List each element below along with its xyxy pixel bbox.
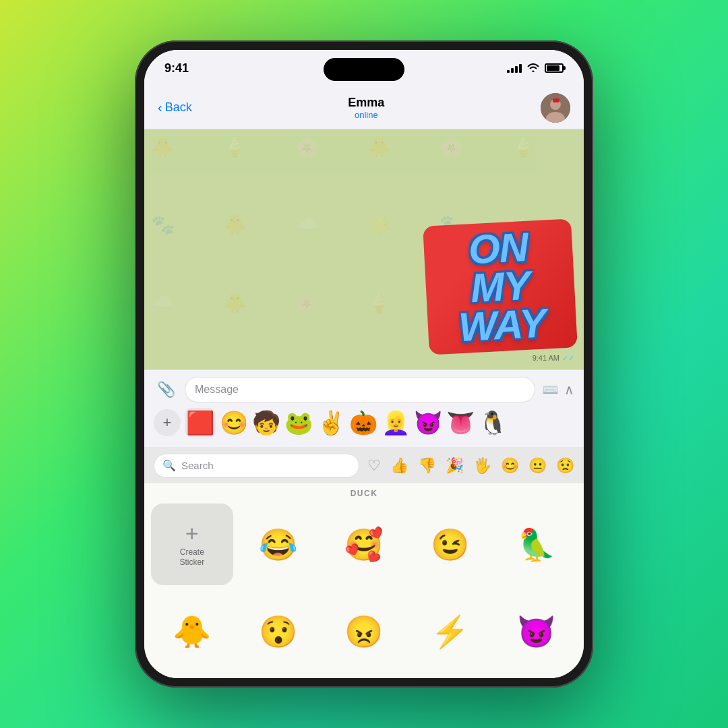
create-plus-icon: +	[185, 522, 199, 545]
battery-fill	[547, 65, 559, 71]
chat-area: 🐥 🍦 🌸 🐥 🌸 🍦 🐾 🐥 ☁️ 🌟 🐾 🍦 ☁️ 🐥 🌸 🍦 🐾 ☁️	[144, 129, 584, 369]
nav-center: Emma online	[192, 96, 541, 120]
happy-icon[interactable]: 😊	[501, 457, 519, 475]
sticker-duck-electric[interactable]: ⚡	[409, 590, 491, 673]
add-emoji-button[interactable]: +	[154, 409, 181, 436]
sticker-duck-laugh[interactable]: 😂	[237, 504, 320, 586]
avatar-image	[541, 93, 570, 123]
sticker-line2: WAY	[458, 300, 547, 350]
emoji-item-2[interactable]: 🧒	[252, 409, 280, 436]
sticker-category-label: DUCK	[144, 483, 584, 501]
sticker-duck-plain[interactable]: 🐥	[151, 590, 233, 673]
emoji-item-9[interactable]: 🐧	[479, 409, 507, 436]
sticker-background: ON MY WAY	[423, 218, 578, 355]
sticker-duck-angry[interactable]: 😠	[323, 590, 405, 673]
collapse-button[interactable]: ∧	[564, 382, 574, 398]
wave-icon[interactable]: 🖐	[473, 457, 491, 475]
sticker-panel: 🔍 Search ♡ 👍 👎 🎉 🖐 😊 😐 😟 DUCK	[144, 447, 584, 678]
back-button[interactable]: ‹ Back	[158, 100, 192, 115]
input-row: 📎 Message ⌨️ ∧	[154, 377, 574, 402]
contact-name: Emma	[348, 96, 384, 110]
keyboard-button[interactable]: ⌨️	[542, 382, 559, 398]
sticker-duck-surprised[interactable]: 😯	[237, 590, 320, 673]
celebration-icon[interactable]: 🎉	[446, 457, 464, 475]
message-input[interactable]: Message	[185, 377, 535, 402]
read-receipts: ✓✓	[562, 354, 574, 363]
emoji-item-8[interactable]: 👅	[446, 409, 475, 436]
sticker-devil[interactable]: 😈	[495, 590, 577, 673]
emoji-item-5[interactable]: 🎃	[349, 409, 377, 436]
nav-bar: ‹ Back Emma online	[144, 86, 584, 129]
emoji-strip: + 🟥 😊 🧒 🐸 ✌️ 🎃 👱‍♀️ 😈 👅 🐧	[154, 402, 574, 440]
wifi-icon	[527, 63, 539, 74]
dynamic-island	[324, 58, 404, 81]
signal-bars-icon	[507, 63, 522, 73]
message-time-row: 9:41 AM ✓✓	[426, 354, 574, 363]
message-placeholder: Message	[195, 384, 239, 396]
sad-icon[interactable]: 😟	[556, 457, 574, 475]
emoji-item-4[interactable]: ✌️	[317, 409, 345, 436]
status-time: 9:41	[164, 61, 189, 75]
sticker-duck-love[interactable]: 🥰	[323, 504, 405, 586]
battery-icon	[545, 63, 564, 73]
sticker-action-icons: ♡ 👍 👎 🎉 🖐 😊 😐 😟	[367, 457, 574, 475]
phone-frame: 9:41	[135, 40, 593, 688]
input-right-buttons: ⌨️ ∧	[542, 382, 574, 398]
sticker-duck-wink[interactable]: 😉	[409, 504, 491, 586]
attach-button[interactable]: 📎	[154, 377, 178, 402]
sticker-grid-row1: + CreateSticker 😂 🥰 😉 🦜	[144, 501, 584, 591]
back-label: Back	[165, 100, 192, 115]
sticker-duck-colorful[interactable]: 🦜	[495, 504, 577, 586]
thumbs-up-icon[interactable]: 👍	[390, 457, 408, 475]
message-time: 9:41 AM	[533, 354, 559, 362]
sticker-search-row: 🔍 Search ♡ 👍 👎 🎉 🖐 😊 😐 😟	[144, 447, 584, 483]
create-sticker-button[interactable]: + CreateSticker	[151, 504, 233, 586]
contact-status: online	[355, 110, 378, 120]
create-sticker-label: CreateSticker	[179, 547, 204, 567]
input-area: 📎 Message ⌨️ ∧ + 🟥 😊 🧒 🐸 ✌️ 🎃 👱‍♀️	[144, 369, 584, 447]
phone-screen: 9:41	[144, 50, 584, 678]
sticker-search-box[interactable]: 🔍 Search	[154, 454, 359, 478]
status-bar: 9:41	[144, 50, 584, 86]
emoji-item-recent[interactable]: 🟥	[185, 408, 216, 437]
neutral-icon[interactable]: 😐	[528, 457, 547, 475]
thumbs-down-icon[interactable]: 👎	[418, 457, 436, 475]
heart-icon[interactable]: ♡	[367, 457, 381, 475]
emoji-item-3[interactable]: 🐸	[284, 409, 313, 436]
svg-rect-3	[553, 98, 559, 102]
back-chevron-icon: ‹	[158, 100, 162, 115]
message-bubble: ON MY WAY 9:41 AM ✓✓	[426, 222, 574, 363]
emoji-item-7[interactable]: 😈	[414, 409, 442, 436]
status-icons	[507, 63, 564, 74]
sticker-grid-row2: 🐥 😯 😠 ⚡ 😈	[144, 590, 584, 678]
sticker-text: ON MY WAY	[434, 226, 567, 348]
emoji-item-1[interactable]: 😊	[220, 409, 248, 436]
search-placeholder: Search	[181, 460, 214, 471]
search-icon: 🔍	[162, 459, 176, 472]
sticker-line1: ON MY	[467, 224, 530, 311]
emoji-item-6[interactable]: 👱‍♀️	[382, 409, 410, 436]
avatar[interactable]	[541, 93, 570, 123]
sticker-content: ON MY WAY	[426, 222, 574, 351]
